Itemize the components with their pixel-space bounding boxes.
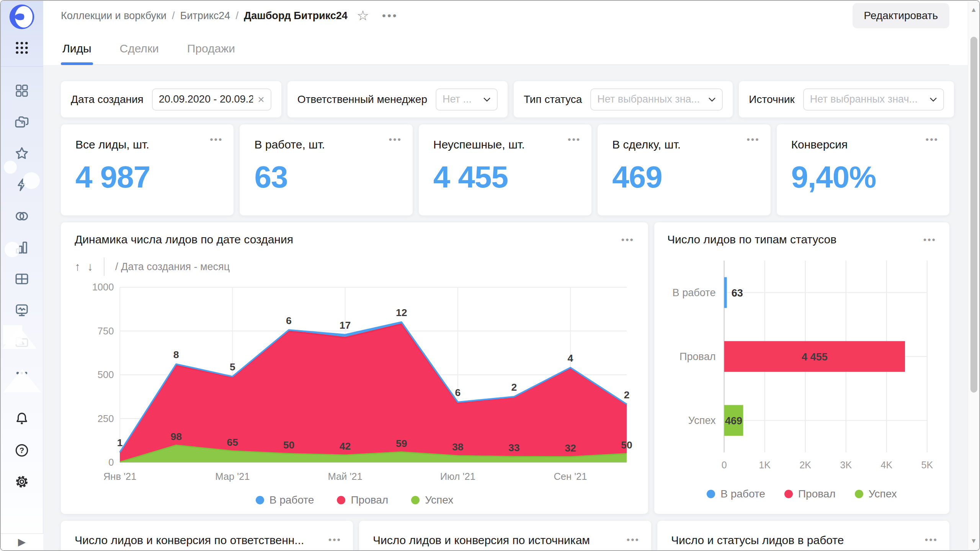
card-menu-icon[interactable]: •••: [568, 135, 581, 144]
sidebar-expand[interactable]: ▶: [1, 533, 43, 550]
svg-text:33: 33: [508, 442, 519, 453]
legend-dot-icon: [855, 490, 863, 498]
legend-dot-icon: [256, 496, 264, 504]
sort-desc-icon[interactable]: ↓: [87, 261, 93, 272]
legend-dot-icon: [707, 490, 715, 498]
tab-sales[interactable]: Продажи: [186, 36, 237, 64]
svg-text:17: 17: [340, 320, 351, 331]
card-menu-icon[interactable]: •••: [328, 535, 341, 544]
header-menu-icon[interactable]: •••: [382, 10, 398, 22]
svg-text:63: 63: [732, 287, 743, 299]
source-select[interactable]: Нет выбранных знач...: [803, 88, 944, 111]
edit-button[interactable]: Редактировать: [853, 3, 949, 28]
svg-text:469: 469: [725, 415, 742, 427]
svg-text:?: ?: [20, 446, 24, 455]
card-menu-icon[interactable]: •••: [389, 135, 402, 144]
chart-title: Число лидов по типам статусов: [667, 233, 836, 246]
kpi-title: В работе, шт.: [254, 138, 398, 151]
legend-item-success[interactable]: Успех: [411, 494, 453, 506]
svg-text:500: 500: [98, 369, 114, 380]
expand-icon: ▶: [18, 536, 26, 548]
card-menu-icon[interactable]: •••: [621, 235, 634, 245]
quick-actions-icon[interactable]: [14, 177, 30, 193]
dashboards-grid-icon[interactable]: [14, 83, 30, 99]
filter-label: Дата создания: [71, 93, 144, 106]
sort-asc-icon[interactable]: ↑: [75, 261, 80, 272]
svg-text:98: 98: [171, 431, 182, 442]
status-type-select[interactable]: Нет выбранных зна...: [590, 88, 723, 111]
breadcrumb-workbook[interactable]: Битрикс24: [180, 10, 230, 22]
select-placeholder: Нет выбранных знач...: [810, 93, 918, 105]
datalens-logo[interactable]: [9, 4, 35, 30]
page-scrollbar[interactable]: ▲ ▼: [968, 2, 979, 549]
select-placeholder: Нет выбранных зна...: [597, 93, 700, 105]
kpi-value: 4 987: [75, 160, 219, 195]
kpi-card-unsuccessful: ••• Неуспешные, шт. 4 455: [419, 124, 591, 215]
breadcrumb-collections[interactable]: Коллекции и воркбуки: [61, 10, 167, 22]
datasets-icon[interactable]: [14, 271, 30, 287]
chart-title: Динамика числа лидов по дате создания: [75, 233, 293, 246]
settings-icon[interactable]: [14, 474, 30, 490]
card-menu-icon[interactable]: •••: [627, 535, 640, 544]
breadcrumb-separator: /: [172, 10, 175, 22]
favorite-star-icon[interactable]: ☆: [357, 9, 369, 23]
storage-icon[interactable]: [14, 334, 30, 350]
scroll-down-icon[interactable]: ▼: [970, 533, 977, 549]
card-menu-icon[interactable]: •••: [923, 235, 936, 245]
svg-text:1K: 1K: [759, 460, 771, 470]
legend-item-fail[interactable]: Провал: [784, 488, 836, 500]
svg-text:8: 8: [173, 349, 179, 360]
date-range-value: 20.09.2020 - 20.09.20: [159, 93, 253, 105]
legend-item-in-progress[interactable]: В работе: [707, 488, 765, 500]
apps-grid-icon[interactable]: [14, 40, 30, 57]
tab-deals[interactable]: Сделки: [118, 36, 160, 64]
legend-label: Успех: [425, 494, 453, 506]
chart-title: Число лидов и конверсия по ответственн..…: [75, 534, 339, 547]
connections-icon[interactable]: [14, 208, 30, 224]
tab-leads[interactable]: Лиды: [61, 36, 93, 64]
legend-dot-icon: [784, 490, 793, 498]
date-range-input[interactable]: 20.09.2020 - 20.09.20 ×: [152, 88, 271, 111]
card-menu-icon[interactable]: •••: [926, 135, 939, 144]
chart-title: Число и статусы лидов в работе: [671, 534, 936, 547]
card-menu-icon[interactable]: •••: [210, 135, 223, 144]
notifications-icon[interactable]: [14, 411, 30, 427]
svg-text:В работе: В работе: [673, 287, 716, 298]
svg-text:2K: 2K: [799, 460, 811, 470]
svg-text:32: 32: [565, 442, 576, 454]
svg-text:12: 12: [396, 307, 407, 318]
area-chart-legend: В работе Провал Успех: [75, 494, 634, 506]
legend-label: В работе: [720, 488, 765, 500]
scrollbar-thumb[interactable]: [970, 37, 977, 393]
charts-icon[interactable]: [14, 240, 30, 256]
top-header: Коллекции и воркбуки / Битрикс24 / Дашбо…: [43, 1, 979, 31]
manager-select[interactable]: Нет ...: [436, 88, 498, 111]
kpi-value: 63: [254, 160, 398, 195]
area-chart-svg: 02505007501000Янв '21Мар '21Май '21Июл '…: [75, 280, 634, 490]
kpi-card-all-leads: ••• Все лиды, шт. 4 987: [61, 124, 234, 215]
clear-icon[interactable]: ×: [258, 94, 265, 105]
svg-text:65: 65: [227, 437, 238, 448]
legend-item-fail[interactable]: Провал: [337, 494, 388, 506]
filter-manager: Ответственный менеджер Нет ...: [287, 81, 508, 117]
kpi-title: Неуспешные, шт.: [433, 138, 577, 151]
kpi-title: Все лиды, шт.: [75, 138, 219, 151]
scroll-up-icon[interactable]: ▲: [970, 2, 977, 18]
dashboard-content: Дата создания 20.09.2020 - 20.09.20 × От…: [43, 65, 979, 550]
card-menu-icon[interactable]: •••: [925, 535, 938, 544]
breadcrumb-separator: /: [235, 10, 238, 22]
more-nav-icon[interactable]: [14, 365, 30, 381]
leads-dynamics-chart-card: Динамика числа лидов по дате создания ••…: [61, 222, 648, 514]
monitoring-icon[interactable]: [14, 302, 30, 318]
collections-icon[interactable]: [14, 114, 30, 130]
help-icon[interactable]: ?: [14, 442, 30, 458]
legend-item-in-progress[interactable]: В работе: [256, 494, 314, 506]
card-menu-icon[interactable]: •••: [746, 135, 760, 144]
leads-by-manager-card: ••• Число лидов и конверсия по ответстве…: [61, 521, 353, 550]
favorites-icon[interactable]: [14, 145, 30, 161]
chevron-down-icon: [929, 97, 937, 102]
svg-text:Сен '21: Сен '21: [554, 471, 587, 482]
svg-text:38: 38: [452, 441, 463, 453]
svg-text:5K: 5K: [921, 460, 933, 470]
legend-item-success[interactable]: Успех: [855, 488, 897, 500]
